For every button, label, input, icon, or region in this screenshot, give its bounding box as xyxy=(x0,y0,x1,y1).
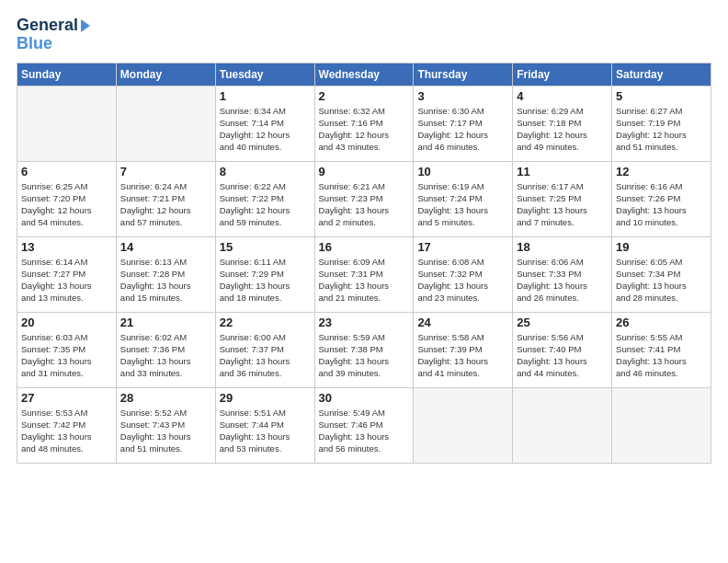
calendar-cell: 28Sunrise: 5:52 AM Sunset: 7:43 PM Dayli… xyxy=(116,387,215,463)
calendar-cell: 26Sunrise: 5:55 AM Sunset: 7:41 PM Dayli… xyxy=(612,312,711,387)
day-info: Sunrise: 5:56 AM Sunset: 7:40 PM Dayligh… xyxy=(517,331,608,380)
calendar-cell: 19Sunrise: 6:05 AM Sunset: 7:34 PM Dayli… xyxy=(612,236,711,312)
header-day-monday: Monday xyxy=(116,63,215,86)
calendar-cell: 29Sunrise: 5:51 AM Sunset: 7:44 PM Dayli… xyxy=(215,387,314,463)
day-number: 18 xyxy=(517,240,608,254)
header-day-thursday: Thursday xyxy=(414,63,513,86)
day-number: 14 xyxy=(120,240,211,254)
day-info: Sunrise: 6:08 AM Sunset: 7:32 PM Dayligh… xyxy=(417,256,508,304)
week-row-2: 6Sunrise: 6:25 AM Sunset: 7:20 PM Daylig… xyxy=(17,161,711,236)
calendar-cell xyxy=(612,387,711,463)
logo-text-blue: Blue xyxy=(17,35,52,53)
day-info: Sunrise: 5:49 AM Sunset: 7:46 PM Dayligh… xyxy=(319,407,410,455)
day-info: Sunrise: 5:52 AM Sunset: 7:43 PM Dayligh… xyxy=(120,407,211,455)
day-number: 4 xyxy=(517,89,608,103)
calendar-cell xyxy=(17,86,117,161)
calendar-cell: 25Sunrise: 5:56 AM Sunset: 7:40 PM Dayli… xyxy=(513,312,612,387)
day-info: Sunrise: 5:53 AM Sunset: 7:42 PM Dayligh… xyxy=(21,407,112,455)
day-info: Sunrise: 5:59 AM Sunset: 7:38 PM Dayligh… xyxy=(319,331,410,380)
calendar-cell: 9Sunrise: 6:21 AM Sunset: 7:23 PM Daylig… xyxy=(314,161,414,236)
calendar-cell: 23Sunrise: 5:59 AM Sunset: 7:38 PM Dayli… xyxy=(314,312,414,387)
calendar-cell: 5Sunrise: 6:27 AM Sunset: 7:19 PM Daylig… xyxy=(612,86,711,161)
day-info: Sunrise: 6:14 AM Sunset: 7:27 PM Dayligh… xyxy=(21,256,112,304)
day-info: Sunrise: 6:27 AM Sunset: 7:19 PM Dayligh… xyxy=(616,105,707,154)
day-info: Sunrise: 6:34 AM Sunset: 7:14 PM Dayligh… xyxy=(220,105,311,154)
week-row-3: 13Sunrise: 6:14 AM Sunset: 7:27 PM Dayli… xyxy=(17,236,711,312)
logo: General Blue xyxy=(17,17,90,53)
day-number: 24 xyxy=(417,316,508,329)
header-day-tuesday: Tuesday xyxy=(215,63,314,86)
day-info: Sunrise: 5:55 AM Sunset: 7:41 PM Dayligh… xyxy=(616,331,707,380)
day-number: 29 xyxy=(220,391,311,405)
day-number: 16 xyxy=(319,240,410,254)
day-info: Sunrise: 6:30 AM Sunset: 7:17 PM Dayligh… xyxy=(417,105,508,154)
day-info: Sunrise: 6:03 AM Sunset: 7:35 PM Dayligh… xyxy=(21,331,112,380)
header-day-sunday: Sunday xyxy=(17,63,117,86)
calendar-cell: 8Sunrise: 6:22 AM Sunset: 7:22 PM Daylig… xyxy=(215,161,314,236)
calendar-cell: 6Sunrise: 6:25 AM Sunset: 7:20 PM Daylig… xyxy=(17,161,117,236)
calendar: SundayMondayTuesdayWednesdayThursdayFrid… xyxy=(17,63,711,464)
day-info: Sunrise: 6:32 AM Sunset: 7:16 PM Dayligh… xyxy=(319,105,410,154)
day-number: 9 xyxy=(319,165,410,178)
calendar-cell: 17Sunrise: 6:08 AM Sunset: 7:32 PM Dayli… xyxy=(414,236,513,312)
calendar-cell: 14Sunrise: 6:13 AM Sunset: 7:28 PM Dayli… xyxy=(116,236,215,312)
day-number: 11 xyxy=(517,165,608,178)
day-info: Sunrise: 6:00 AM Sunset: 7:37 PM Dayligh… xyxy=(220,331,311,380)
calendar-cell: 12Sunrise: 6:16 AM Sunset: 7:26 PM Dayli… xyxy=(612,161,711,236)
calendar-cell: 7Sunrise: 6:24 AM Sunset: 7:21 PM Daylig… xyxy=(116,161,215,236)
header-day-saturday: Saturday xyxy=(612,63,711,86)
calendar-cell xyxy=(414,387,513,463)
calendar-cell: 3Sunrise: 6:30 AM Sunset: 7:17 PM Daylig… xyxy=(414,86,513,161)
calendar-cell: 4Sunrise: 6:29 AM Sunset: 7:18 PM Daylig… xyxy=(513,86,612,161)
day-number: 13 xyxy=(21,240,112,254)
day-info: Sunrise: 6:24 AM Sunset: 7:21 PM Dayligh… xyxy=(120,180,211,229)
day-number: 5 xyxy=(616,89,707,103)
calendar-cell: 24Sunrise: 5:58 AM Sunset: 7:39 PM Dayli… xyxy=(414,312,513,387)
calendar-cell: 22Sunrise: 6:00 AM Sunset: 7:37 PM Dayli… xyxy=(215,312,314,387)
calendar-cell: 10Sunrise: 6:19 AM Sunset: 7:24 PM Dayli… xyxy=(414,161,513,236)
day-info: Sunrise: 6:11 AM Sunset: 7:29 PM Dayligh… xyxy=(220,256,311,304)
calendar-cell: 13Sunrise: 6:14 AM Sunset: 7:27 PM Dayli… xyxy=(17,236,117,312)
calendar-cell xyxy=(513,387,612,463)
day-info: Sunrise: 6:16 AM Sunset: 7:26 PM Dayligh… xyxy=(616,180,707,229)
calendar-cell: 11Sunrise: 6:17 AM Sunset: 7:25 PM Dayli… xyxy=(513,161,612,236)
day-info: Sunrise: 6:06 AM Sunset: 7:33 PM Dayligh… xyxy=(517,256,608,304)
day-number: 2 xyxy=(319,89,410,103)
day-info: Sunrise: 5:58 AM Sunset: 7:39 PM Dayligh… xyxy=(417,331,508,380)
day-number: 15 xyxy=(220,240,311,254)
day-info: Sunrise: 6:02 AM Sunset: 7:36 PM Dayligh… xyxy=(120,331,211,380)
calendar-cell: 15Sunrise: 6:11 AM Sunset: 7:29 PM Dayli… xyxy=(215,236,314,312)
day-info: Sunrise: 6:25 AM Sunset: 7:20 PM Dayligh… xyxy=(21,180,112,229)
day-info: Sunrise: 6:17 AM Sunset: 7:25 PM Dayligh… xyxy=(517,180,608,229)
day-number: 20 xyxy=(21,316,112,329)
day-number: 10 xyxy=(417,165,508,178)
week-row-1: 1Sunrise: 6:34 AM Sunset: 7:14 PM Daylig… xyxy=(17,86,711,161)
header-row: SundayMondayTuesdayWednesdayThursdayFrid… xyxy=(17,63,711,86)
week-row-4: 20Sunrise: 6:03 AM Sunset: 7:35 PM Dayli… xyxy=(17,312,711,387)
day-number: 30 xyxy=(319,391,410,405)
calendar-cell: 18Sunrise: 6:06 AM Sunset: 7:33 PM Dayli… xyxy=(513,236,612,312)
day-number: 23 xyxy=(319,316,410,329)
calendar-cell xyxy=(116,86,215,161)
calendar-cell: 20Sunrise: 6:03 AM Sunset: 7:35 PM Dayli… xyxy=(17,312,117,387)
day-info: Sunrise: 6:09 AM Sunset: 7:31 PM Dayligh… xyxy=(319,256,410,304)
page: General Blue SundayMondayTuesdayWednesda… xyxy=(0,0,728,563)
calendar-cell: 16Sunrise: 6:09 AM Sunset: 7:31 PM Dayli… xyxy=(314,236,414,312)
header: General Blue xyxy=(17,17,711,53)
header-day-wednesday: Wednesday xyxy=(314,63,414,86)
logo-triangle-icon xyxy=(81,19,90,32)
day-info: Sunrise: 6:13 AM Sunset: 7:28 PM Dayligh… xyxy=(120,256,211,304)
day-number: 27 xyxy=(21,391,112,405)
day-info: Sunrise: 6:05 AM Sunset: 7:34 PM Dayligh… xyxy=(616,256,707,304)
day-info: Sunrise: 6:22 AM Sunset: 7:22 PM Dayligh… xyxy=(220,180,311,229)
day-number: 19 xyxy=(616,240,707,254)
day-number: 25 xyxy=(517,316,608,329)
logo-line1: General xyxy=(17,17,90,35)
calendar-cell: 27Sunrise: 5:53 AM Sunset: 7:42 PM Dayli… xyxy=(17,387,117,463)
day-number: 7 xyxy=(120,165,211,178)
day-number: 17 xyxy=(417,240,508,254)
calendar-cell: 1Sunrise: 6:34 AM Sunset: 7:14 PM Daylig… xyxy=(215,86,314,161)
calendar-cell: 2Sunrise: 6:32 AM Sunset: 7:16 PM Daylig… xyxy=(314,86,414,161)
calendar-cell: 30Sunrise: 5:49 AM Sunset: 7:46 PM Dayli… xyxy=(314,387,414,463)
day-number: 12 xyxy=(616,165,707,178)
